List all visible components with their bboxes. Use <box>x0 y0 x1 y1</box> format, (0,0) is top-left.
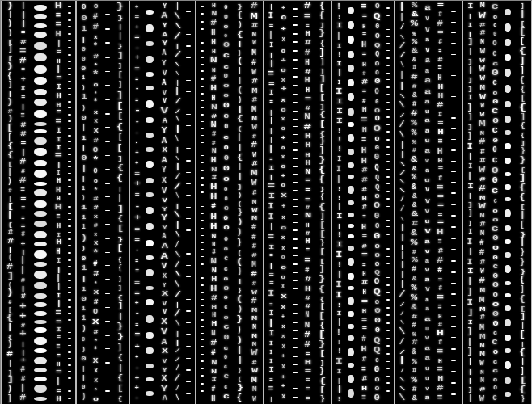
glyph-mark: # <box>305 295 309 301</box>
glyph-mark: I <box>336 108 342 116</box>
blob-mark <box>505 348 511 353</box>
glyph-mark: Y <box>162 385 167 393</box>
glyph-mark: Q <box>374 347 380 355</box>
glyph-mark: | <box>237 40 242 47</box>
glyph-mark: I <box>268 213 273 221</box>
blob-mark <box>146 391 154 396</box>
glyph-mark: M <box>252 341 255 347</box>
glyph-mark: X <box>163 273 166 280</box>
glyph-mark: ] <box>117 206 123 213</box>
dash-mark <box>68 313 71 314</box>
glyph-mark: O <box>375 33 379 40</box>
glyph-mark: M <box>479 351 483 357</box>
dash-mark <box>293 372 298 373</box>
dash-mark <box>201 206 204 207</box>
dash-mark <box>451 226 456 228</box>
glyph-mark: 0 <box>375 99 378 105</box>
dash-mark <box>68 166 71 167</box>
glyph-mark: H <box>57 196 60 202</box>
glyph-mark: ] <box>467 348 471 356</box>
glyph-mark: ! <box>336 232 341 239</box>
glyph-mark: \ <box>175 23 180 31</box>
glyph-mark: I <box>467 319 471 326</box>
dash-mark <box>201 299 204 300</box>
glyph-mark: | <box>268 128 273 134</box>
blob-mark <box>348 297 354 305</box>
glyph-mark: * <box>94 347 97 355</box>
glyph-mark: o <box>281 255 285 260</box>
blob-mark <box>34 293 47 299</box>
glyph-mark: I <box>467 268 472 276</box>
glyph-mark: \ <box>175 193 179 200</box>
texture-strip: avvavaaaaauaauavauvvvuvavavavaaauvaauuva <box>423 1 431 404</box>
glyph-mark: # <box>305 49 310 57</box>
glyph-mark: | <box>399 357 405 365</box>
dash-mark <box>451 360 456 361</box>
glyph-mark: V <box>161 107 167 116</box>
glyph-mark: = <box>438 276 441 283</box>
glyph-mark: ! <box>336 146 342 154</box>
glyph-mark: ! <box>337 195 340 201</box>
glyph-mark: | <box>336 271 342 279</box>
glyph-mark: H <box>305 142 310 149</box>
dash-mark <box>186 218 191 219</box>
glyph-mark: V <box>162 328 167 336</box>
glyph-mark: A <box>163 49 166 57</box>
dash-mark <box>105 377 110 377</box>
glyph-mark: ( <box>8 281 11 288</box>
dash-mark <box>186 265 191 266</box>
blob-mark <box>34 122 47 126</box>
dash-mark <box>68 280 71 281</box>
glyph-mark: # <box>437 20 442 28</box>
glyph-mark: # <box>20 131 25 138</box>
glyph-mark: N <box>305 169 309 176</box>
glyph-mark: M <box>480 130 483 137</box>
dash-mark <box>386 263 390 264</box>
glyph-mark: { <box>117 375 122 382</box>
glyph-mark: I <box>336 242 342 249</box>
blob-mark <box>348 389 354 398</box>
glyph-mark: Q <box>375 51 378 58</box>
dash-mark <box>201 170 204 171</box>
dash-mark <box>186 91 191 92</box>
glyph-mark: ! <box>336 262 341 269</box>
glyph-mark: * <box>92 71 99 79</box>
glyph-mark: M <box>251 377 256 385</box>
glyph-mark: ] <box>467 309 472 317</box>
glyph-mark: = <box>134 290 138 297</box>
glyph-mark: a <box>426 306 429 312</box>
glyph-mark: # <box>411 110 416 118</box>
dash-mark <box>186 80 191 81</box>
dash-mark <box>386 338 390 339</box>
glyph-mark: [ <box>116 103 122 111</box>
dash-mark <box>293 356 298 357</box>
blob-mark <box>34 89 47 95</box>
dash-mark <box>293 214 298 215</box>
glyph-mark: # <box>251 297 256 305</box>
glyph-mark: W <box>479 166 485 175</box>
glyph-mark: x <box>94 213 97 220</box>
glyph-mark: | <box>269 396 272 402</box>
glyph-mark: \ <box>175 271 179 279</box>
glyph-mark: & <box>412 229 416 238</box>
glyph-mark: 0 <box>82 46 85 53</box>
dash-mark <box>201 249 204 250</box>
glyph-mark: x <box>281 293 286 301</box>
glyph-mark: ] <box>468 77 472 83</box>
glyph-mark: ( <box>236 296 243 304</box>
glyph-mark: o <box>281 107 285 113</box>
glyph-mark: H <box>212 48 215 55</box>
glyph-mark: # <box>7 238 13 246</box>
glyph-mark: & <box>412 92 416 99</box>
dash-mark <box>386 322 390 324</box>
glyph-mark: a <box>425 167 428 174</box>
glyph-mark: I <box>468 229 471 236</box>
glyph-mark: | <box>81 37 85 43</box>
dash-mark <box>68 101 71 103</box>
glyph-mark: | <box>467 31 471 37</box>
dash-mark <box>68 88 71 89</box>
glyph-mark: } <box>238 287 240 293</box>
dash-mark <box>201 177 204 179</box>
glyph-mark: # <box>8 299 11 305</box>
blob-mark <box>34 385 47 393</box>
